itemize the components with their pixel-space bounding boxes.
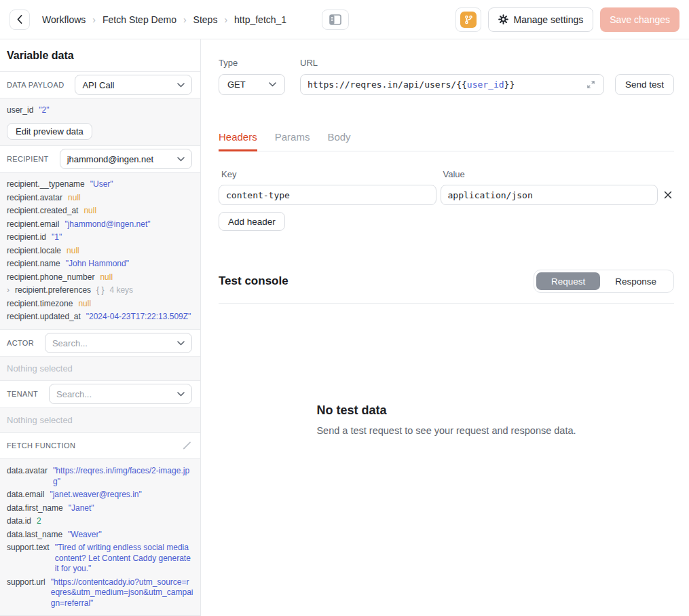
kv-key: data.avatar	[7, 466, 48, 487]
kv-value: { }	[96, 285, 104, 296]
actor-label: ACTOR	[7, 339, 34, 347]
kv-key: recipient.timezone	[7, 299, 73, 310]
kv-value: null	[83, 206, 193, 217]
request-editor: Type GET URL https://reqres.in/api/users…	[201, 39, 689, 616]
close-icon	[664, 191, 672, 199]
tenant-placeholder: Search...	[56, 389, 92, 399]
kv-key: data.first_name	[7, 503, 63, 514]
kv-value: null	[100, 272, 193, 283]
kv-key-count: 4 keys	[109, 285, 133, 296]
actor-select[interactable]: Search...	[45, 333, 192, 353]
toggle-request[interactable]: Request	[536, 272, 600, 290]
manage-settings-button[interactable]: Manage settings	[488, 7, 594, 32]
kv-key: support.url	[7, 577, 45, 609]
payload-kv-row: user_id "2"	[7, 104, 193, 117]
kv-key: recipient.updated_at	[7, 312, 81, 323]
kv-key: data.last_name	[7, 530, 62, 541]
tab-params[interactable]: Params	[275, 131, 310, 151]
kv-key: recipient.__typename	[7, 179, 85, 190]
send-test-button[interactable]: Send test	[615, 74, 674, 95]
actor-placeholder: Search...	[52, 338, 88, 348]
test-console-title: Test console	[219, 274, 288, 288]
kv-row: recipient.email"jhammond@ingen.net"	[7, 218, 193, 232]
breadcrumb-separator: ›	[183, 14, 187, 25]
kv-row: data.id2	[7, 515, 193, 528]
breadcrumb: Workflows › Fetch Step Demo › Steps › ht…	[42, 14, 286, 25]
chevron-down-icon	[177, 392, 185, 397]
recipient-data-list: recipient.__typename"User" recipient.ava…	[0, 173, 200, 330]
environment-status-button[interactable]	[455, 7, 481, 32]
header-value-input[interactable]	[441, 185, 658, 205]
kv-key: recipient.created_at	[7, 206, 78, 217]
kv-row: recipient.timezonenull	[7, 297, 193, 311]
header-key-input[interactable]	[219, 185, 436, 205]
kv-value: "John Hammond"	[66, 259, 193, 270]
tab-headers[interactable]: Headers	[219, 131, 257, 151]
recipient-label: RECIPIENT	[7, 155, 49, 163]
kv-value: "2024-04-23T17:22:13.509Z"	[86, 312, 193, 323]
chevron-down-icon	[177, 83, 185, 88]
kv-value: "Weaver"	[68, 530, 193, 541]
kv-row: recipient.avatarnull	[7, 192, 193, 205]
manage-settings-label: Manage settings	[514, 14, 584, 25]
gear-icon	[498, 14, 508, 24]
save-changes-button[interactable]: Save changes	[600, 7, 679, 32]
breadcrumb-steps[interactable]: Steps	[193, 14, 218, 25]
edit-fetch-function-button[interactable]	[181, 440, 192, 451]
tenant-select[interactable]: Search...	[49, 384, 192, 404]
kv-value: "Tired of writing endless social media c…	[55, 543, 193, 575]
kv-key: recipient.avatar	[7, 193, 62, 204]
kv-row: support.text"Tired of writing endless so…	[7, 541, 193, 576]
breadcrumb-step-name: http_fetch_1	[234, 14, 286, 25]
kv-row: recipient.phone_numbernull	[7, 271, 193, 285]
recipient-selected: jhammond@ingen.net	[67, 154, 153, 164]
actor-row: ACTOR Search...	[0, 330, 200, 357]
empty-state-title: No test data	[316, 403, 576, 418]
data-payload-row: DATA PAYLOAD API Call	[0, 72, 200, 98]
kv-row: recipient.id"1"	[7, 231, 193, 244]
actor-empty-state: Nothing selected	[0, 357, 200, 381]
kv-value: "1"	[52, 232, 193, 243]
edit-preview-data-button[interactable]: Edit preview data	[7, 123, 92, 140]
fetch-function-row: FETCH FUNCTION	[0, 433, 200, 459]
kv-value: "https://reqres.in/img/faces/2-image.jpg…	[53, 466, 193, 487]
empty-state-subtitle: Send a test request to see your request …	[316, 425, 576, 436]
kv-value: "janet.weaver@reqres.in"	[50, 490, 193, 501]
kv-key: support.text	[7, 543, 50, 575]
breadcrumb-workflows[interactable]: Workflows	[42, 14, 86, 25]
breadcrumb-workflow-name[interactable]: Fetch Step Demo	[103, 14, 176, 25]
tab-body[interactable]: Body	[327, 131, 350, 151]
request-response-toggle: Request Response	[534, 270, 674, 293]
url-label: URL	[300, 58, 604, 68]
kv-key: data.id	[7, 516, 31, 527]
kv-key: user_id	[7, 105, 33, 116]
kv-row: recipient.created_atnull	[7, 204, 193, 218]
kv-row: data.first_name"Janet"	[7, 502, 193, 515]
kv-value: "Janet"	[69, 503, 193, 514]
toggle-sidebar-button[interactable]	[322, 10, 349, 30]
breadcrumb-separator: ›	[92, 14, 96, 25]
topbar-actions: Manage settings Save changes	[455, 7, 679, 32]
tenant-empty-state: Nothing selected	[0, 408, 200, 433]
remove-header-button[interactable]	[662, 185, 674, 205]
add-header-button[interactable]: Add header	[219, 212, 285, 231]
data-payload-selected: API Call	[82, 80, 114, 90]
back-button[interactable]	[10, 10, 30, 30]
data-payload-label: DATA PAYLOAD	[7, 81, 64, 89]
url-input[interactable]: https://reqres.in/api/users/{{user_id}}	[300, 74, 604, 95]
kv-value: "User"	[90, 179, 193, 190]
expand-chevron-icon[interactable]: ›	[7, 285, 10, 296]
top-bar: Workflows › Fetch Step Demo › Steps › ht…	[0, 0, 689, 39]
recipient-select[interactable]: jhammond@ingen.net	[60, 149, 192, 169]
kv-key: data.email	[7, 490, 44, 501]
data-payload-select[interactable]: API Call	[75, 75, 192, 95]
kv-row: data.last_name"Weaver"	[7, 528, 193, 542]
kv-row-expandable[interactable]: › recipient.preferences { } 4 keys	[7, 284, 193, 297]
http-method-select[interactable]: GET	[219, 74, 285, 95]
kv-value: null	[68, 193, 193, 204]
expand-url-button[interactable]	[585, 79, 597, 90]
kv-value: 2	[37, 516, 193, 527]
kv-key: recipient.locale	[7, 246, 61, 257]
chevron-down-icon	[177, 341, 185, 346]
toggle-response[interactable]: Response	[600, 272, 671, 290]
